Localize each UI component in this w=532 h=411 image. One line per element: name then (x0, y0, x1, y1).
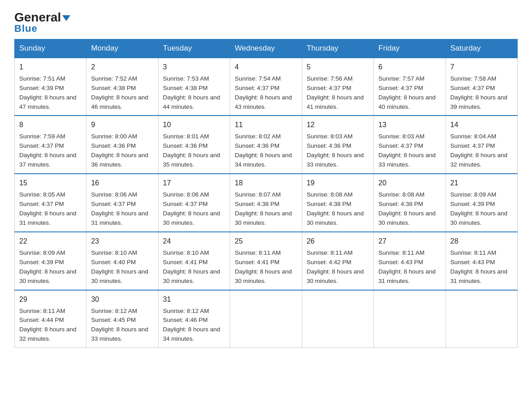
day-info: Sunrise: 8:11 AMSunset: 4:42 PMDaylight:… (307, 248, 369, 286)
col-header-thursday: Thursday (302, 39, 373, 58)
day-cell-2: 2Sunrise: 7:52 AMSunset: 4:38 PMDaylight… (86, 58, 158, 116)
day-number: 19 (307, 178, 369, 188)
week-row-3: 15Sunrise: 8:05 AMSunset: 4:37 PMDayligh… (15, 174, 518, 232)
empty-cell (230, 290, 302, 348)
week-row-5: 29Sunrise: 8:11 AMSunset: 4:44 PMDayligh… (15, 290, 518, 348)
day-cell-15: 15Sunrise: 8:05 AMSunset: 4:37 PMDayligh… (15, 174, 86, 232)
calendar-table: SundayMondayTuesdayWednesdayThursdayFrid… (14, 39, 518, 348)
day-number: 7 (450, 62, 513, 73)
day-cell-30: 30Sunrise: 8:12 AMSunset: 4:45 PMDayligh… (86, 290, 158, 348)
day-number: 10 (163, 120, 225, 130)
logo-blue: Blue (14, 23, 38, 34)
day-info: Sunrise: 7:51 AMSunset: 4:39 PMDaylight:… (19, 74, 82, 112)
day-info: Sunrise: 8:11 AMSunset: 4:41 PMDaylight:… (235, 248, 297, 286)
day-cell-7: 7Sunrise: 7:58 AMSunset: 4:37 PMDaylight… (446, 58, 517, 116)
day-info: Sunrise: 8:09 AMSunset: 4:39 PMDaylight:… (19, 248, 82, 286)
week-row-4: 22Sunrise: 8:09 AMSunset: 4:39 PMDayligh… (15, 232, 518, 290)
day-info: Sunrise: 8:05 AMSunset: 4:37 PMDaylight:… (19, 190, 82, 228)
day-number: 25 (235, 236, 297, 247)
day-cell-13: 13Sunrise: 8:03 AMSunset: 4:37 PMDayligh… (374, 116, 446, 174)
day-info: Sunrise: 8:06 AMSunset: 4:37 PMDaylight:… (91, 190, 153, 228)
week-row-2: 8Sunrise: 7:59 AMSunset: 4:37 PMDaylight… (15, 116, 518, 174)
day-cell-1: 1Sunrise: 7:51 AMSunset: 4:39 PMDaylight… (15, 58, 86, 116)
day-info: Sunrise: 7:52 AMSunset: 4:38 PMDaylight:… (91, 74, 153, 112)
day-info: Sunrise: 7:58 AMSunset: 4:37 PMDaylight:… (450, 74, 513, 112)
day-cell-18: 18Sunrise: 8:07 AMSunset: 4:38 PMDayligh… (230, 174, 302, 232)
day-info: Sunrise: 8:01 AMSunset: 4:36 PMDaylight:… (163, 132, 225, 170)
day-number: 22 (19, 236, 82, 247)
day-number: 30 (91, 294, 153, 305)
empty-cell (302, 290, 373, 348)
day-number: 6 (378, 62, 441, 73)
day-info: Sunrise: 7:53 AMSunset: 4:38 PMDaylight:… (163, 74, 225, 112)
day-number: 28 (450, 236, 513, 247)
day-cell-10: 10Sunrise: 8:01 AMSunset: 4:36 PMDayligh… (158, 116, 230, 174)
day-info: Sunrise: 8:10 AMSunset: 4:40 PMDaylight:… (91, 248, 153, 286)
day-info: Sunrise: 8:03 AMSunset: 4:37 PMDaylight:… (378, 132, 441, 170)
day-info: Sunrise: 8:12 AMSunset: 4:46 PMDaylight:… (163, 307, 225, 344)
day-number: 2 (91, 62, 153, 73)
day-info: Sunrise: 8:07 AMSunset: 4:38 PMDaylight:… (235, 190, 297, 228)
day-cell-17: 17Sunrise: 8:06 AMSunset: 4:37 PMDayligh… (158, 174, 230, 232)
day-cell-24: 24Sunrise: 8:10 AMSunset: 4:41 PMDayligh… (158, 232, 230, 290)
page-header: General Blue (14, 11, 518, 34)
day-number: 15 (19, 178, 82, 188)
day-cell-4: 4Sunrise: 7:54 AMSunset: 4:37 PMDaylight… (230, 58, 302, 116)
day-number: 1 (19, 62, 82, 73)
day-number: 9 (91, 120, 153, 130)
col-header-monday: Monday (86, 39, 158, 58)
week-row-1: 1Sunrise: 7:51 AMSunset: 4:39 PMDaylight… (15, 58, 518, 116)
day-info: Sunrise: 8:06 AMSunset: 4:37 PMDaylight:… (163, 190, 225, 228)
day-cell-6: 6Sunrise: 7:57 AMSunset: 4:37 PMDaylight… (374, 58, 446, 116)
day-cell-28: 28Sunrise: 8:11 AMSunset: 4:43 PMDayligh… (446, 232, 517, 290)
day-number: 11 (235, 120, 297, 130)
day-cell-22: 22Sunrise: 8:09 AMSunset: 4:39 PMDayligh… (15, 232, 86, 290)
day-info: Sunrise: 7:54 AMSunset: 4:37 PMDaylight:… (235, 74, 297, 112)
day-cell-14: 14Sunrise: 8:04 AMSunset: 4:37 PMDayligh… (446, 116, 517, 174)
day-number: 26 (307, 236, 369, 247)
day-number: 31 (163, 294, 225, 305)
day-number: 29 (19, 294, 82, 305)
day-info: Sunrise: 8:10 AMSunset: 4:41 PMDaylight:… (163, 248, 225, 286)
empty-cell (446, 290, 517, 348)
day-number: 21 (450, 178, 513, 188)
day-cell-12: 12Sunrise: 8:03 AMSunset: 4:36 PMDayligh… (302, 116, 373, 174)
day-cell-31: 31Sunrise: 8:12 AMSunset: 4:46 PMDayligh… (158, 290, 230, 348)
day-info: Sunrise: 7:57 AMSunset: 4:37 PMDaylight:… (378, 74, 441, 112)
col-header-friday: Friday (374, 39, 446, 58)
day-cell-16: 16Sunrise: 8:06 AMSunset: 4:37 PMDayligh… (86, 174, 158, 232)
day-cell-27: 27Sunrise: 8:11 AMSunset: 4:43 PMDayligh… (374, 232, 446, 290)
calendar-header-row: SundayMondayTuesdayWednesdayThursdayFrid… (15, 39, 518, 58)
day-cell-25: 25Sunrise: 8:11 AMSunset: 4:41 PMDayligh… (230, 232, 302, 290)
day-info: Sunrise: 7:59 AMSunset: 4:37 PMDaylight:… (19, 132, 82, 170)
day-info: Sunrise: 8:03 AMSunset: 4:36 PMDaylight:… (307, 132, 369, 170)
day-info: Sunrise: 8:11 AMSunset: 4:44 PMDaylight:… (19, 307, 82, 344)
day-number: 16 (91, 178, 153, 188)
day-cell-20: 20Sunrise: 8:08 AMSunset: 4:38 PMDayligh… (374, 174, 446, 232)
day-cell-8: 8Sunrise: 7:59 AMSunset: 4:37 PMDaylight… (15, 116, 86, 174)
day-number: 5 (307, 62, 369, 73)
day-info: Sunrise: 8:02 AMSunset: 4:36 PMDaylight:… (235, 132, 297, 170)
day-info: Sunrise: 8:11 AMSunset: 4:43 PMDaylight:… (378, 248, 441, 286)
day-info: Sunrise: 7:56 AMSunset: 4:37 PMDaylight:… (307, 74, 369, 112)
day-cell-19: 19Sunrise: 8:08 AMSunset: 4:38 PMDayligh… (302, 174, 373, 232)
day-info: Sunrise: 8:04 AMSunset: 4:37 PMDaylight:… (450, 132, 513, 170)
col-header-wednesday: Wednesday (230, 39, 302, 58)
logo: General Blue (14, 11, 70, 34)
day-number: 12 (307, 120, 369, 130)
day-number: 17 (163, 178, 225, 188)
day-cell-11: 11Sunrise: 8:02 AMSunset: 4:36 PMDayligh… (230, 116, 302, 174)
day-number: 27 (378, 236, 441, 247)
day-number: 20 (378, 178, 441, 188)
day-info: Sunrise: 8:00 AMSunset: 4:36 PMDaylight:… (91, 132, 153, 170)
empty-cell (374, 290, 446, 348)
day-cell-5: 5Sunrise: 7:56 AMSunset: 4:37 PMDaylight… (302, 58, 373, 116)
day-number: 13 (378, 120, 441, 130)
day-number: 23 (91, 236, 153, 247)
day-cell-3: 3Sunrise: 7:53 AMSunset: 4:38 PMDaylight… (158, 58, 230, 116)
day-cell-23: 23Sunrise: 8:10 AMSunset: 4:40 PMDayligh… (86, 232, 158, 290)
col-header-tuesday: Tuesday (158, 39, 230, 58)
day-number: 18 (235, 178, 297, 188)
day-number: 24 (163, 236, 225, 247)
day-cell-21: 21Sunrise: 8:09 AMSunset: 4:39 PMDayligh… (446, 174, 517, 232)
